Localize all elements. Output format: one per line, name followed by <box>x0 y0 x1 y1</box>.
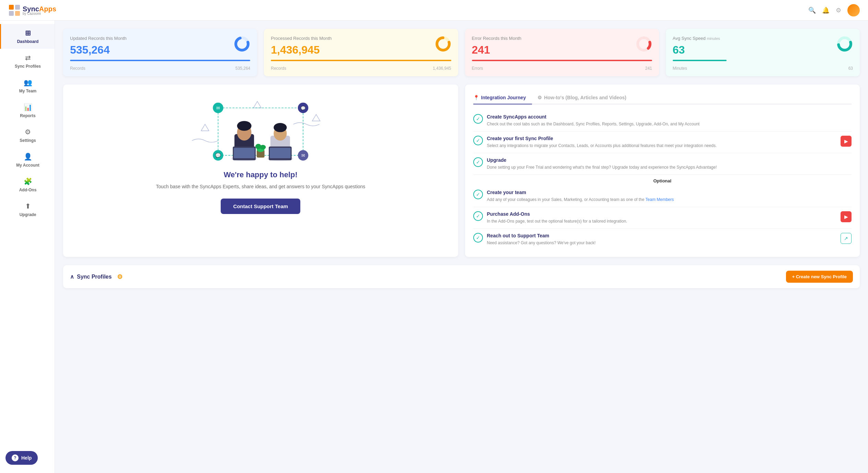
svg-marker-12 <box>253 101 261 108</box>
optional-label: Optional <box>473 175 852 185</box>
stat-title-avg-sync: Avg Sync Speed minutes <box>673 36 720 41</box>
stat-title-updated: Updated Records this Month <box>70 36 127 41</box>
ext-btn-reach-support[interactable]: ↗ <box>841 233 852 244</box>
sidebar-item-settings[interactable]: ⚙ Settings <box>0 123 55 148</box>
stat-footer-errors: Errors 241 <box>472 66 652 71</box>
help-illustration-svg: ✉ 💬 💬 ✉ <box>71 95 450 164</box>
journey-title-create-team: Create your team <box>487 190 674 195</box>
contact-support-button[interactable]: Contact Support Team <box>221 199 300 214</box>
stat-footer-value-errors: 241 <box>645 66 652 71</box>
stat-footer-updated: Records 535,264 <box>70 66 250 71</box>
journey-desc-reach-support: Need assistance? Got any questions? We'v… <box>487 240 596 246</box>
settings-icon[interactable]: ⚙ <box>836 7 841 14</box>
help-subtitle: Touch base with the SyncApps Experts, sh… <box>156 183 365 190</box>
stat-footer-label-processed: Records <box>271 66 286 71</box>
stat-card-errors: Error Records this Month 241 Errors 241 <box>465 29 659 76</box>
search-icon[interactable]: 🔍 <box>808 7 816 14</box>
stat-bar-avg-sync <box>673 60 727 61</box>
donut-icon-updated <box>234 36 250 52</box>
user-avatar[interactable] <box>847 4 860 16</box>
howtos-tab-label: How-to's (Blog, Articles and Videos) <box>544 95 626 100</box>
stat-value-processed: 1,436,945 <box>271 44 332 56</box>
sidebar-item-dashboard[interactable]: ⊞ Dashboard <box>0 24 55 49</box>
svg-text:✉: ✉ <box>216 105 220 111</box>
team-members-link[interactable]: Team Members <box>646 197 674 202</box>
stat-footer-value-updated: 535,264 <box>235 66 250 71</box>
journey-title-upgrade: Upgrade <box>487 157 717 163</box>
video-btn-create-sync-profile[interactable]: ▶ <box>841 136 852 147</box>
journey-item-reach-support: ✓ Reach out to Support Team Need assista… <box>473 229 852 250</box>
sidebar-item-add-ons[interactable]: 🧩 Add-Ons <box>0 172 55 197</box>
svg-rect-29 <box>234 148 255 158</box>
journey-desc-create-team: Add any of your colleagues in your Sales… <box>487 196 674 203</box>
svg-marker-13 <box>312 114 320 121</box>
video-btn-purchase-addons[interactable]: ▶ <box>841 211 852 222</box>
stat-footer-processed: Records 1,436,945 <box>271 66 451 71</box>
sidebar-item-sync-profiles[interactable]: ⇄ Sync Profiles <box>0 49 55 74</box>
help-illustration: ✉ 💬 💬 ✉ <box>71 95 450 164</box>
svg-text:💬: 💬 <box>215 153 221 158</box>
sidebar-label-my-team: My Team <box>19 89 36 93</box>
settings-nav-icon: ⚙ <box>25 128 31 136</box>
svg-marker-14 <box>201 124 209 131</box>
stat-value-avg-sync: 63 <box>673 44 720 56</box>
journey-item-purchase-addons: ✓ Purchase Add-Ons In the Add-Ons page, … <box>473 207 852 229</box>
journey-tab-icon: 📍 <box>473 95 479 100</box>
reports-icon: 📊 <box>24 103 32 111</box>
chevron-up-icon: ∧ <box>70 273 74 280</box>
svg-text:💬: 💬 <box>301 106 306 111</box>
sidebar-label-upgrade: Upgrade <box>20 212 36 217</box>
stat-footer-label-updated: Records <box>70 66 85 71</box>
donut-icon-processed <box>435 36 451 52</box>
journey-text-create-account: Create SyncApps account Check out the co… <box>487 114 700 127</box>
help-circle-icon: ? <box>12 454 19 461</box>
settings-yellow-icon: ⚙ <box>117 273 123 281</box>
journey-title-purchase-addons: Purchase Add-Ons <box>487 211 627 217</box>
howtos-tab-icon: ⚙ <box>537 95 542 100</box>
header-right: 🔍 🔔 ⚙ <box>808 4 860 16</box>
journey-text-create-team: Create your team Add any of your colleag… <box>487 190 674 203</box>
main-content: Updated Records this Month 535,264 Recor… <box>55 21 868 473</box>
sidebar-label-settings: Settings <box>20 138 36 143</box>
donut-icon-errors <box>636 36 652 52</box>
dashboard-icon: ⊞ <box>25 29 31 37</box>
create-sync-profile-button[interactable]: + Create new Sync Profile <box>786 271 853 283</box>
stat-card-avg-sync: Avg Sync Speed minutes 63 Minutes 63 <box>666 29 860 76</box>
logo: SyncApps by Cazoomi <box>8 4 56 16</box>
sidebar-item-my-team[interactable]: 👥 My Team <box>0 74 55 98</box>
svg-rect-2 <box>9 11 14 16</box>
svg-rect-3 <box>15 11 20 16</box>
journey-title-create-sync-profile: Create your first Sync Profile <box>487 136 717 141</box>
svg-rect-35 <box>270 148 291 158</box>
stat-card-updated-records: Updated Records this Month 535,264 Recor… <box>63 29 257 76</box>
journey-title-create-account: Create SyncApps account <box>487 114 700 120</box>
sync-profiles-label: Sync Profiles <box>77 274 112 280</box>
add-ons-icon: 🧩 <box>24 177 32 185</box>
stat-card-processed: Processed Records this Month 1,436,945 R… <box>264 29 458 76</box>
help-button[interactable]: ? Help <box>5 451 38 465</box>
donut-icon-avg-sync <box>836 36 853 52</box>
stat-cards: Updated Records this Month 535,264 Recor… <box>63 29 860 76</box>
journey-item-create-account: ✓ Create SyncApps account Check out the … <box>473 110 852 132</box>
notification-icon[interactable]: 🔔 <box>822 7 830 14</box>
sidebar-label-sync-profiles: Sync Profiles <box>15 64 41 69</box>
logo-icon <box>8 4 21 16</box>
upgrade-icon: ⬆ <box>25 202 31 210</box>
sidebar-item-my-account[interactable]: 👤 My Account <box>0 148 55 172</box>
tab-howtos[interactable]: ⚙ How-to's (Blog, Articles and Videos) <box>537 91 633 104</box>
journey-item-create-team: ✓ Create your team Add any of your colle… <box>473 185 852 207</box>
stat-title-errors: Error Records this Month <box>472 36 522 41</box>
journey-desc-create-sync-profile: Select any integrations to migrate your … <box>487 143 717 149</box>
bottom-section: ∧ Sync Profiles ⚙ + Create new Sync Prof… <box>63 265 860 288</box>
check-create-account: ✓ <box>473 114 483 124</box>
svg-rect-0 <box>9 5 14 10</box>
middle-section: ✉ 💬 💬 ✉ <box>63 85 860 257</box>
check-create-sync-profile: ✓ <box>473 136 483 145</box>
help-button-label: Help <box>21 455 32 461</box>
journey-desc-create-account: Check out the cool tabs such as the Dash… <box>487 121 700 127</box>
sidebar-item-upgrade[interactable]: ⬆ Upgrade <box>0 197 55 222</box>
bottom-header: ∧ Sync Profiles ⚙ + Create new Sync Prof… <box>70 271 853 283</box>
tab-integration-journey[interactable]: 📍 Integration Journey <box>473 91 532 104</box>
sidebar-item-reports[interactable]: 📊 Reports <box>0 98 55 123</box>
stat-bar-errors <box>472 60 652 61</box>
